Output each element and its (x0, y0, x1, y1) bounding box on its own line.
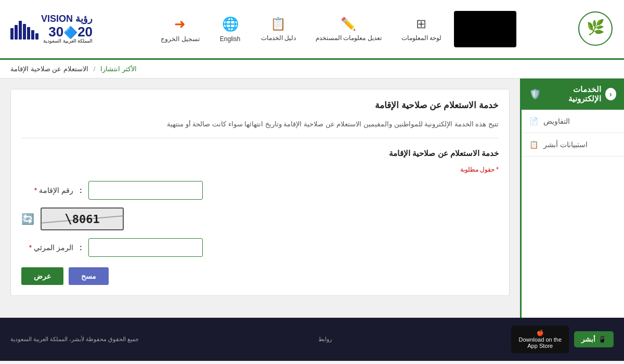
bar-4 (23, 24, 26, 40)
captcha-refresh-button[interactable]: 🔄 (21, 213, 34, 225)
vision-subtitle: المملكة العربية السعودية (41, 39, 93, 44)
iqama-required-star: * (34, 186, 37, 194)
apple-icon: 🍎 (537, 330, 544, 336)
code-label: الرمز المرئي * (21, 243, 73, 252)
submit-button[interactable]: عرض (21, 267, 63, 285)
logout-icon: ➜ (174, 16, 186, 32)
iqama-label: رقم الإقامة * (21, 186, 73, 194)
footer: 📱 أبشر 🍎 Download on the App Store روابط… (0, 318, 624, 361)
nav-logout-label: تسجيل الخروج (161, 35, 199, 43)
nav-english-label: English (220, 35, 240, 43)
bar-6 (15, 25, 18, 40)
sidebar-item-tenders[interactable]: التفاويض 📄 (522, 110, 624, 133)
code-required-star: * (29, 243, 32, 252)
app-store-button[interactable]: 🍎 Download on the App Store (511, 326, 569, 353)
vision-line1: رؤية VISION (41, 14, 93, 24)
bar-7 (10, 28, 14, 40)
required-note: * حقول مطلوبة (21, 166, 499, 173)
bar-2 (31, 30, 34, 40)
absher-app-button[interactable]: 📱 أبشر (574, 331, 614, 347)
vision-bars (10, 19, 38, 40)
captcha-image: \8061 (41, 207, 124, 230)
sidebar: ‹ الخدمات الإلكترونية 🛡️ التفاويض 📄 استب… (520, 79, 624, 318)
app-store-line2: App Store (527, 343, 553, 349)
vision-year: 20🔷30 (41, 24, 93, 40)
header: 🌿 ➜ تسجيل الخروج 🌐 English 📋 دليل الخدما… (0, 0, 624, 60)
footer-links: روابط (318, 336, 332, 343)
iqama-input[interactable] (88, 181, 203, 200)
vision-logo-area: رؤية VISION 20🔷30 المملكة العربية السعود… (10, 14, 93, 44)
vision-year-highlight: 🔷 (63, 26, 77, 39)
captcha-row: \8061 🔄 (21, 207, 499, 230)
vision-text: رؤية VISION 20🔷30 المملكة العربية السعود… (41, 14, 93, 44)
main-layout: ‹ الخدمات الإلكترونية 🛡️ التفاويض 📄 استب… (0, 79, 624, 318)
breadcrumb: الأكثر انتشارا / الاستعلام عن صلاحية الإ… (0, 60, 624, 79)
svg-text:🌿: 🌿 (587, 19, 605, 36)
iqama-form-group: : رقم الإقامة * (21, 181, 499, 200)
button-row: مسح عرض (21, 267, 499, 285)
clear-button[interactable]: مسح (69, 267, 109, 285)
absher-app-label: أبشر (581, 335, 595, 343)
iqama-colon: : (80, 186, 82, 194)
bar-1 (35, 33, 38, 40)
bar-3 (27, 27, 30, 40)
visual-code-input[interactable] (88, 238, 203, 257)
bar-5 (19, 21, 22, 40)
footer-copyright: جميع الحقوق محفوظة لأبشر، المملكة العربي… (10, 336, 139, 343)
services-guide-icon: 📋 (270, 17, 286, 31)
breadcrumb-current: الاستعلام عن صلاحية الإقامة (10, 65, 88, 73)
form-section-title: خدمة الاستعلام عن صلاحية الإقامة (21, 149, 499, 158)
nav-english[interactable]: 🌐 English (212, 12, 249, 47)
absher-icon: 📋 (529, 140, 538, 149)
visual-code-form-group: : الرمز المرئي * (21, 238, 499, 257)
nav-update-user[interactable]: ✏️ تعديل معلومات المستخدم (308, 12, 389, 46)
nav-dashboard[interactable]: ⊞ لوحة المعلومات (394, 12, 449, 46)
breadcrumb-separator: / (94, 65, 96, 73)
globe-icon: 🌐 (222, 16, 239, 32)
header-logo-area: 🌿 (577, 10, 614, 48)
nav-services-guide-label: دليل الخدمات (261, 34, 296, 42)
service-card: خدمة الاستعلام عن صلاحية الإقامة تتيح هذ… (10, 89, 510, 296)
breadcrumb-home[interactable]: الأكثر انتشارا (100, 65, 137, 73)
service-main-title: خدمة الاستعلام عن صلاحية الإقامة (21, 100, 499, 111)
saudi-emblem-icon: 🌿 (577, 10, 614, 47)
header-nav: ➜ تسجيل الخروج 🌐 English 📋 دليل الخدمات … (153, 11, 516, 47)
sidebar-title: الخدمات الإلكترونية (545, 85, 601, 103)
sidebar-tenders-label: التفاويض (543, 117, 570, 125)
sidebar-logo-icon: 🛡️ (529, 88, 541, 100)
nav-update-user-label: تعديل معلومات المستخدم (316, 34, 382, 42)
nav-user-redacted (454, 11, 516, 47)
edit-user-icon: ✏️ (341, 17, 356, 31)
app-store-line1: Download on the (518, 336, 562, 343)
nav-logout[interactable]: ➜ تسجيل الخروج (153, 12, 206, 47)
code-colon: : (80, 243, 82, 252)
sidebar-absher-label: استبيانات أبشر (543, 140, 588, 149)
nav-services-guide[interactable]: 📋 دليل الخدمات (254, 12, 303, 46)
absher-app-icon: 📱 (598, 335, 606, 343)
nav-dashboard-label: لوحة المعلومات (401, 34, 441, 42)
sidebar-toggle-button[interactable]: ‹ (605, 88, 616, 100)
sidebar-item-absher[interactable]: استبيانات أبشر 📋 (522, 133, 624, 157)
sidebar-header: ‹ الخدمات الإلكترونية 🛡️ (522, 79, 624, 110)
dashboard-icon: ⊞ (416, 17, 426, 31)
footer-apps: 📱 أبشر 🍎 Download on the App Store (511, 326, 614, 353)
service-description: تتيح هذه الخدمة الإلكترونية للمواطنين وا… (21, 119, 499, 138)
main-content: خدمة الاستعلام عن صلاحية الإقامة تتيح هذ… (0, 79, 520, 318)
tenders-icon: 📄 (529, 117, 538, 125)
